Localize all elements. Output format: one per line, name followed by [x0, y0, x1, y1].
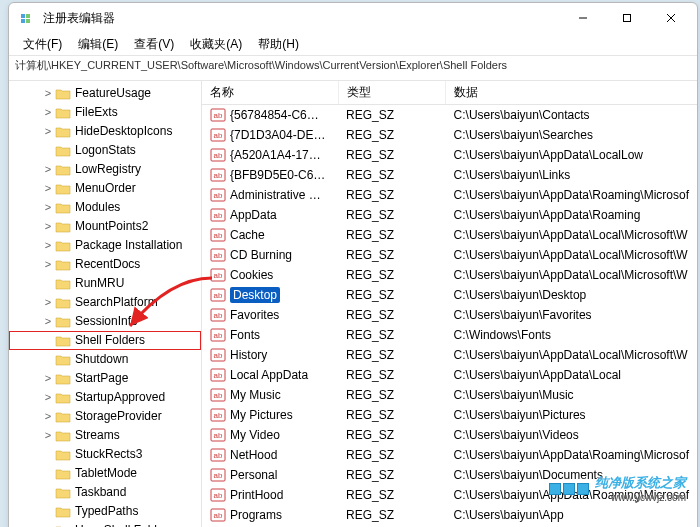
folder-icon — [55, 524, 71, 528]
menu-file[interactable]: 文件(F) — [15, 34, 70, 55]
tree-label: StorageProvider — [75, 407, 162, 426]
string-value-icon: ab — [210, 347, 226, 363]
menu-favorites[interactable]: 收藏夹(A) — [182, 34, 250, 55]
menu-view[interactable]: 查看(V) — [126, 34, 182, 55]
value-data: C:\Users\baiyun\Desktop — [446, 285, 697, 305]
folder-icon — [55, 315, 71, 329]
value-row[interactable]: abFavoritesREG_SZC:\Users\baiyun\Favorit… — [202, 305, 697, 325]
close-button[interactable] — [649, 3, 693, 33]
col-data[interactable]: 数据 — [446, 81, 697, 105]
value-row[interactable]: abAppDataREG_SZC:\Users\baiyun\AppData\R… — [202, 205, 697, 225]
col-name[interactable]: 名称 — [202, 81, 338, 105]
value-row[interactable]: abDesktopREG_SZC:\Users\baiyun\Desktop — [202, 285, 697, 305]
col-type[interactable]: 类型 — [338, 81, 446, 105]
expand-icon[interactable]: > — [41, 426, 55, 445]
value-row[interactable]: ab{7D1D3A04-DE…REG_SZC:\Users\baiyun\Sea… — [202, 125, 697, 145]
expand-icon[interactable]: > — [41, 407, 55, 426]
tree-item[interactable]: >SessionInfo — [9, 312, 201, 331]
expand-icon[interactable]: > — [41, 293, 55, 312]
tree-item[interactable]: >FeatureUsage — [9, 84, 201, 103]
expand-icon[interactable]: > — [41, 103, 55, 122]
titlebar[interactable]: 注册表编辑器 — [9, 3, 697, 33]
tree-item[interactable]: >SearchPlatform — [9, 293, 201, 312]
tree-item[interactable]: >Package Installation — [9, 236, 201, 255]
expand-icon[interactable]: > — [41, 217, 55, 236]
tree-item[interactable]: >RecentDocs — [9, 255, 201, 274]
expand-icon[interactable]: > — [41, 122, 55, 141]
tree-item[interactable]: Taskband — [9, 483, 201, 502]
tree-item[interactable]: >StartPage — [9, 369, 201, 388]
value-data: C:\Users\baiyun\Contacts — [446, 105, 697, 125]
tree-label: TypedPaths — [75, 502, 138, 521]
expand-icon[interactable]: > — [41, 388, 55, 407]
expand-icon[interactable]: > — [41, 369, 55, 388]
value-row[interactable]: abCacheREG_SZC:\Users\baiyun\AppData\Loc… — [202, 225, 697, 245]
maximize-button[interactable] — [605, 3, 649, 33]
expand-icon[interactable]: > — [41, 236, 55, 255]
value-name: AppData — [230, 208, 277, 222]
value-type: REG_SZ — [338, 325, 446, 345]
expand-icon[interactable]: > — [41, 312, 55, 331]
value-type: REG_SZ — [338, 225, 446, 245]
minimize-button[interactable] — [561, 3, 605, 33]
tree-label: MenuOrder — [75, 179, 136, 198]
tree-item[interactable]: >HideDesktopIcons — [9, 122, 201, 141]
address-bar[interactable]: 计算机\HKEY_CURRENT_USER\Software\Microsoft… — [9, 56, 697, 81]
tree-item[interactable]: >FileExts — [9, 103, 201, 122]
expand-icon[interactable]: > — [41, 84, 55, 103]
value-row[interactable]: abMy PicturesREG_SZC:\Users\baiyun\Pictu… — [202, 405, 697, 425]
value-name: NetHood — [230, 448, 277, 462]
tree-label: TabletMode — [75, 464, 137, 483]
tree-item[interactable]: >LowRegistry — [9, 160, 201, 179]
tree-item[interactable]: User Shell Folders — [9, 521, 201, 527]
expand-icon[interactable]: > — [41, 198, 55, 217]
tree-item[interactable]: RunMRU — [9, 274, 201, 293]
body: >FeatureUsage>FileExts>HideDesktopIconsL… — [9, 81, 697, 527]
value-row[interactable]: abAdministrative …REG_SZC:\Users\baiyun\… — [202, 185, 697, 205]
value-row[interactable]: abNetHoodREG_SZC:\Users\baiyun\AppData\R… — [202, 445, 697, 465]
svg-text:ab: ab — [214, 331, 223, 340]
tree-item[interactable]: >StartupApproved — [9, 388, 201, 407]
value-row[interactable]: ab{56784854-C6…REG_SZC:\Users\baiyun\Con… — [202, 105, 697, 125]
value-row[interactable]: ab{BFB9D5E0-C6…REG_SZC:\Users\baiyun\Lin… — [202, 165, 697, 185]
expand-icon[interactable]: > — [41, 160, 55, 179]
tree-item[interactable]: TabletMode — [9, 464, 201, 483]
string-value-icon: ab — [210, 107, 226, 123]
value-row[interactable]: abMy MusicREG_SZC:\Users\baiyun\Music — [202, 385, 697, 405]
string-value-icon: ab — [210, 447, 226, 463]
tree-item[interactable]: >StorageProvider — [9, 407, 201, 426]
value-name: Administrative … — [230, 188, 321, 202]
expand-icon[interactable]: > — [41, 255, 55, 274]
value-row[interactable]: ab{A520A1A4-17…REG_SZC:\Users\baiyun\App… — [202, 145, 697, 165]
tree-item[interactable]: StuckRects3 — [9, 445, 201, 464]
svg-text:ab: ab — [214, 351, 223, 360]
folder-icon — [55, 353, 71, 367]
value-row[interactable]: abProgramsREG_SZC:\Users\baiyun\App — [202, 505, 697, 525]
svg-text:ab: ab — [214, 271, 223, 280]
value-row[interactable]: abCookiesREG_SZC:\Users\baiyun\AppData\L… — [202, 265, 697, 285]
tree-item[interactable]: >MenuOrder — [9, 179, 201, 198]
tree-item[interactable]: >Streams — [9, 426, 201, 445]
tree-pane[interactable]: >FeatureUsage>FileExts>HideDesktopIconsL… — [9, 81, 202, 527]
expand-icon[interactable]: > — [41, 179, 55, 198]
menu-help[interactable]: 帮助(H) — [250, 34, 307, 55]
tree-item[interactable]: LogonStats — [9, 141, 201, 160]
list-pane[interactable]: 名称 类型 数据 ab{56784854-C6…REG_SZC:\Users\b… — [202, 81, 697, 527]
svg-rect-5 — [624, 15, 631, 22]
menu-edit[interactable]: 编辑(E) — [70, 34, 126, 55]
value-name: History — [230, 348, 267, 362]
value-name: CD Burning — [230, 248, 292, 262]
tree-item[interactable]: Shell Folders — [9, 331, 201, 350]
tree-item[interactable]: TypedPaths — [9, 502, 201, 521]
value-row[interactable]: abMy VideoREG_SZC:\Users\baiyun\Videos — [202, 425, 697, 445]
tree-item[interactable]: >Modules — [9, 198, 201, 217]
tree-item[interactable]: Shutdown — [9, 350, 201, 369]
tree-item[interactable]: >MountPoints2 — [9, 217, 201, 236]
value-row[interactable]: abHistoryREG_SZC:\Users\baiyun\AppData\L… — [202, 345, 697, 365]
svg-text:ab: ab — [214, 131, 223, 140]
folder-icon — [55, 239, 71, 253]
tree-label: Taskband — [75, 483, 126, 502]
value-row[interactable]: abLocal AppDataREG_SZC:\Users\baiyun\App… — [202, 365, 697, 385]
value-row[interactable]: abFontsREG_SZC:\Windows\Fonts — [202, 325, 697, 345]
value-row[interactable]: abCD BurningREG_SZC:\Users\baiyun\AppDat… — [202, 245, 697, 265]
